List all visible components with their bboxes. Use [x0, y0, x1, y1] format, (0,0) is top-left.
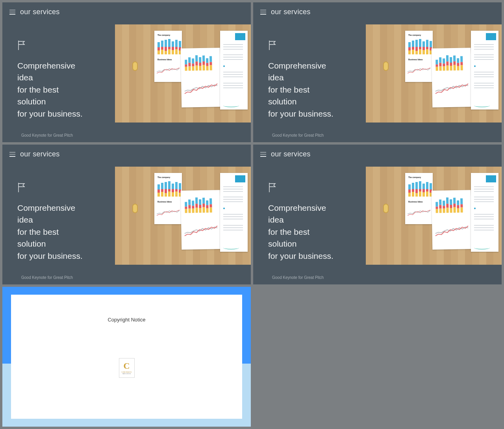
logo-tagline: MAKE DESIGN: [122, 373, 131, 375]
slide-photo: The company Business Ideas: [115, 24, 251, 123]
binder-clip-icon: [383, 204, 389, 213]
slide-headline: Comprehensive idea for the best solution…: [268, 202, 347, 262]
empty-cell: [253, 287, 502, 427]
slide-headline: Comprehensive idea for the best solution…: [268, 60, 347, 120]
hamburger-icon[interactable]: [9, 10, 15, 15]
paper-business-ideas: [432, 48, 472, 108]
slide-photo: The company Business Ideas: [366, 167, 502, 265]
paper2-bar-chart: [435, 195, 463, 213]
paper-business-ideas: [181, 48, 221, 108]
slide-left-block: Comprehensive idea for the best solution…: [17, 40, 96, 120]
paper-company-report: The company Business Ideas: [154, 173, 182, 224]
paper1-bar-chart: [158, 39, 181, 54]
paper2-line-chart: [184, 75, 218, 99]
logo-letter: C: [124, 362, 130, 370]
hamburger-icon[interactable]: [260, 10, 266, 15]
slide-footnote: Good Keynote for Great Pitch: [272, 133, 324, 137]
paper2-line-chart: [184, 217, 218, 241]
hamburger-icon[interactable]: [260, 152, 266, 157]
paper2-bar-chart: [435, 53, 463, 71]
paper-company-report: The company Business Ideas: [405, 173, 433, 224]
binder-clip-icon: [383, 61, 389, 71]
paper1-line-chart: [408, 204, 430, 220]
topbar-title: our services: [271, 150, 311, 158]
slide-footnote: Good Keynote for Great Pitch: [21, 133, 73, 137]
signature-icon: [223, 104, 239, 107]
slide-services-4: our services Comprehensive idea for the …: [253, 145, 502, 284]
copyright-card: Copyright Notice C CONTENTS MAKE DESIGN: [11, 295, 242, 419]
paper-text-doc: [471, 173, 498, 252]
signature-icon: [474, 246, 490, 249]
slide-photo: The company Business Ideas: [366, 24, 502, 123]
paper-company-report: The company Business Ideas: [405, 31, 433, 82]
paper-text-doc: [220, 31, 248, 110]
paper-text-doc: [471, 31, 498, 110]
paper1-bar-chart: [408, 181, 432, 197]
topbar-title: our services: [20, 150, 60, 158]
slide-left-block: Comprehensive idea for the best solution…: [17, 182, 96, 262]
paper1-bar-chart: [408, 39, 432, 54]
slide-copyright: Copyright Notice C CONTENTS MAKE DESIGN: [2, 287, 251, 427]
slide-topbar: our services: [253, 2, 502, 16]
slide-services-1: our services Comprehensive idea for the …: [2, 2, 251, 142]
slide-services-3: our services Comprehensive idea for the …: [2, 145, 251, 284]
topbar-title: our services: [271, 8, 311, 16]
flag-icon: [17, 40, 29, 50]
binder-clip-icon: [132, 61, 138, 71]
paper2-bar-chart: [185, 53, 212, 71]
paper-text-doc: [220, 173, 248, 252]
topbar-title: our services: [20, 8, 60, 16]
slide-headline: Comprehensive idea for the best solution…: [17, 202, 96, 262]
paper-business-ideas: [181, 190, 221, 250]
slide-grid: our services Comprehensive idea for the …: [0, 0, 504, 429]
slide-photo: The company Business Ideas: [115, 167, 251, 265]
signature-icon: [474, 104, 490, 107]
paper2-line-chart: [435, 217, 469, 241]
flag-icon: [268, 40, 280, 50]
slide-footnote: Good Keynote for Great Pitch: [272, 275, 324, 280]
slide-services-2: our services Comprehensive idea for the …: [253, 2, 502, 142]
paper2-line-chart: [435, 75, 469, 99]
flag-icon: [268, 182, 280, 193]
paper2-bar-chart: [185, 195, 212, 213]
paper1-line-chart: [157, 204, 180, 220]
paper1-line-chart: [157, 62, 180, 78]
copyright-title: Copyright Notice: [107, 317, 145, 323]
slide-topbar: our services: [253, 145, 502, 158]
paper-company-report: The company Business Ideas: [154, 31, 182, 82]
signature-icon: [223, 246, 239, 249]
slide-topbar: our services: [2, 145, 251, 158]
slide-left-block: Comprehensive idea for the best solution…: [268, 40, 347, 120]
slide-footnote: Good Keynote for Great Pitch: [21, 275, 73, 280]
slide-left-block: Comprehensive idea for the best solution…: [268, 182, 347, 262]
doc-header-badge: [235, 33, 245, 40]
paper-business-ideas: [432, 190, 472, 250]
paper1-bar-chart: [158, 181, 181, 197]
binder-clip-icon: [132, 204, 138, 213]
logo-box: C CONTENTS MAKE DESIGN: [119, 358, 135, 378]
slide-headline: Comprehensive idea for the best solution…: [17, 60, 96, 120]
doc-header-badge: [486, 175, 496, 182]
slide-topbar: our services: [2, 2, 251, 16]
hamburger-icon[interactable]: [9, 152, 15, 157]
flag-icon: [17, 182, 29, 193]
paper1-line-chart: [408, 62, 430, 78]
doc-header-badge: [235, 175, 245, 182]
doc-header-badge: [486, 33, 496, 40]
